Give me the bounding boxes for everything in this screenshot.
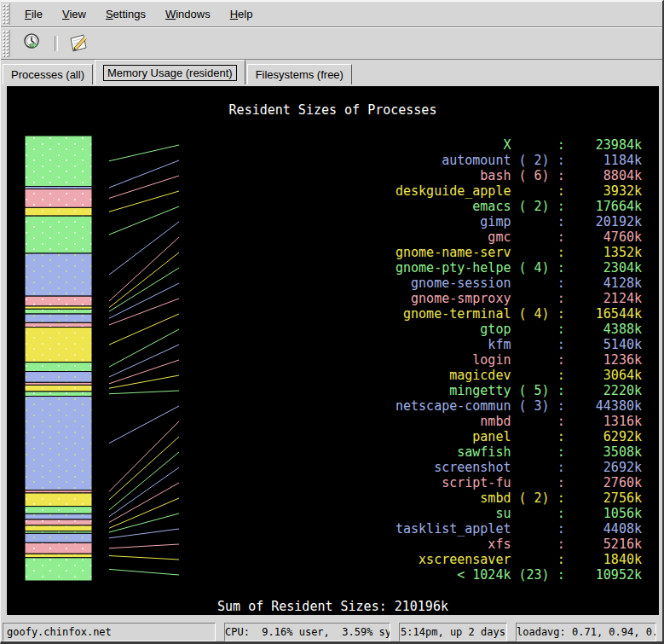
connector-line xyxy=(109,160,179,188)
sum-label: Sum of Resident Sizes: 210196k xyxy=(7,599,659,614)
bar-segment-gtop xyxy=(25,363,92,372)
status-bar: goofy.chinfox.net CPU: 9.16% user, 3.59%… xyxy=(3,623,661,641)
bar-segment-tasklist-applet xyxy=(25,533,92,542)
bar-segment-magicdev xyxy=(25,385,92,392)
connector-line xyxy=(109,467,179,517)
process-row: login : 1236k xyxy=(396,352,642,368)
status-hostname: goofy.chinfox.net xyxy=(3,623,216,641)
bar-segment-screenshot xyxy=(25,513,92,519)
tab-filesystems-free[interactable]: Filesystems (free) xyxy=(247,64,352,84)
process-row: < 1024k (23) : 10952k xyxy=(396,567,642,583)
process-row: X : 23984k xyxy=(396,137,642,153)
bar-segment-xscreensaver xyxy=(25,554,92,558)
connector-line xyxy=(109,375,179,388)
edit-notepad-icon[interactable] xyxy=(63,30,94,58)
process-row: gimp : 20192k xyxy=(396,214,642,229)
process-row: mingetty ( 5) : 2220k xyxy=(396,383,642,398)
process-row: panel : 6292k xyxy=(396,429,642,444)
connector-line xyxy=(109,268,179,311)
menu-item-windows[interactable]: Windows xyxy=(157,5,219,23)
connector-line xyxy=(109,556,179,560)
menu-item-settings[interactable]: Settings xyxy=(97,5,154,23)
tab-strip: Processes (all)Memory Usage (resident)Fi… xyxy=(1,60,662,84)
process-row: gtop : 4388k xyxy=(396,322,642,337)
connector-line xyxy=(109,569,179,575)
process-row: xscreensaver : 1840k xyxy=(396,552,642,567)
connector-line xyxy=(109,176,179,198)
bar-segment-gnome-terminal xyxy=(25,328,92,363)
bar-segment-script-fu xyxy=(25,519,92,525)
bar-segment-bash xyxy=(25,189,92,208)
process-row: automount ( 2) : 1184k xyxy=(396,153,642,168)
menu-item-help[interactable]: Help xyxy=(222,5,262,23)
process-row: gnome-name-serv : 1352k xyxy=(396,245,642,260)
bar-segment-gimp xyxy=(25,253,92,296)
process-row: gnome-session : 4128k xyxy=(396,276,642,291)
process-row: gnome-pty-helpe ( 4) : 2304k xyxy=(396,260,642,276)
bar-segment-X xyxy=(25,136,92,187)
connector-line xyxy=(109,299,179,325)
connector-line xyxy=(109,222,179,275)
bar-segment-kfm xyxy=(25,372,92,383)
process-row: gmc : 4760k xyxy=(396,229,642,245)
connector-line xyxy=(109,529,179,538)
menubar-grip-handle[interactable] xyxy=(2,3,10,25)
process-row: sawfish : 3508k xyxy=(396,444,642,460)
run-clock-icon[interactable] xyxy=(19,31,48,57)
connector-line xyxy=(109,252,179,308)
bar-segment-panel xyxy=(25,493,92,507)
toolbar-separator xyxy=(55,36,58,51)
tab-memory-usage-resident[interactable]: Memory Usage (resident) xyxy=(95,60,245,84)
connector-line xyxy=(109,314,179,345)
process-list: X : 23984k automount ( 2) : 1184k bash (… xyxy=(396,137,642,583)
bar-segment-mingetty xyxy=(25,392,92,397)
connector-line xyxy=(109,544,179,548)
status-loadavg: loadavg: 0.71, 0.94, 0.98 xyxy=(516,623,656,641)
bar-segment-gnome-smproxy xyxy=(25,322,92,327)
connector-line xyxy=(109,206,179,235)
process-row: emacs ( 2) : 17664k xyxy=(396,199,642,214)
connector-line xyxy=(109,437,179,500)
status-uptime: 5:14pm, up 2 days xyxy=(399,623,507,641)
menu-bar: FileViewSettingsWindowsHelp xyxy=(1,1,662,27)
bar-segment-smbd xyxy=(25,525,92,531)
gtop-window: FileViewSettingsWindowsHelp Processes (a… xyxy=(0,0,664,644)
notebook-page: Resident Sizes of Processes X : 23984k a… xyxy=(1,84,662,620)
process-row: script-fu : 2760k xyxy=(396,475,642,490)
process-row: nmbd : 1316k xyxy=(396,414,642,429)
connector-line xyxy=(109,283,179,318)
tab-label: Memory Usage (resident) xyxy=(103,65,237,81)
process-row: screenshot : 2692k xyxy=(396,460,642,475)
toolbar xyxy=(1,27,662,59)
process-row: su : 1056k xyxy=(396,506,642,521)
tab-label: Processes (all) xyxy=(11,68,84,81)
bar-segment-sawfish xyxy=(25,507,92,514)
connector-line xyxy=(109,191,179,212)
bar-segment-gnome-pty-helpe xyxy=(25,309,92,314)
status-cpu: CPU: 9.16% user, 3.59% system xyxy=(224,623,390,641)
bar-segment-gnome-name-serv xyxy=(25,306,92,309)
menu-items: FileViewSettingsWindowsHelp xyxy=(14,5,261,23)
connector-line xyxy=(109,237,179,301)
bar-segment-xfs xyxy=(25,542,92,554)
bar-segment-gmc xyxy=(25,296,92,306)
bar-segment--1024k xyxy=(25,558,92,581)
process-row: kfm : 5140k xyxy=(396,337,642,352)
process-row: tasklist_applet : 4408k xyxy=(396,521,642,537)
process-row: xfs : 5216k xyxy=(396,537,642,552)
bar-segment-gnome-session xyxy=(25,314,92,322)
bar-segment-netscape-commun xyxy=(25,397,92,490)
process-row: gnome-terminal ( 4) : 16544k xyxy=(396,306,642,322)
toolbar-grip-handle[interactable] xyxy=(2,30,10,56)
menu-item-view[interactable]: View xyxy=(54,5,95,23)
bar-segment-emacs xyxy=(25,216,92,253)
process-row: magicdev : 3064k xyxy=(396,368,642,383)
tab-label: Filesystems (free) xyxy=(256,68,344,81)
connector-line xyxy=(109,145,179,161)
tab-processes-all[interactable]: Processes (all) xyxy=(3,64,93,84)
menu-item-file[interactable]: File xyxy=(16,5,51,23)
chart-area: Resident Sizes of Processes X : 23984k a… xyxy=(7,86,659,615)
process-row: deskguide_apple : 3932k xyxy=(396,183,642,199)
process-row: netscape-commun ( 3) : 44380k xyxy=(396,398,642,414)
connector-line xyxy=(109,391,179,394)
